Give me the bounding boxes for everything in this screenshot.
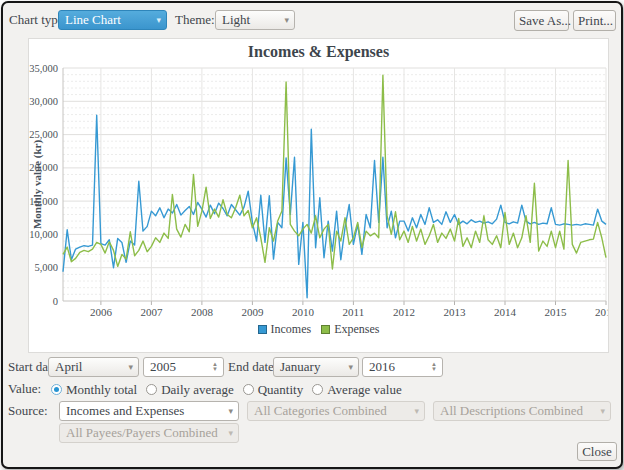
radio-daily-average[interactable]: Daily average [146,382,234,398]
descriptions-select: All Descriptions Combined ▾ [433,401,611,421]
radio-icon [51,384,62,395]
expenses-swatch-icon [321,325,330,334]
close-button[interactable]: Close [577,442,617,461]
start-year-value: 2005 [150,359,176,375]
legend-item-incomes: Incomes [258,322,312,337]
theme-value: Light [222,12,250,28]
legend-item-expenses: Expenses [321,322,379,337]
source-value: Incomes and Expenses [66,403,184,419]
radio-icon [243,384,254,395]
radio-average-value[interactable]: Average value [312,382,401,398]
chart-title: Incomes & Expenses [29,43,608,61]
chevron-down-icon: ▾ [124,362,133,372]
incomes-swatch-icon [258,325,267,334]
radio-icon [312,384,323,395]
svg-text:30,000: 30,000 [29,96,58,107]
chevron-down-icon: ▾ [410,406,419,416]
radio-quantity[interactable]: Quantity [243,382,304,398]
spinner-arrows-icon[interactable]: ▲▼ [207,362,223,372]
start-year-spinner[interactable]: 2005 ▲▼ [143,357,224,377]
svg-text:2007: 2007 [140,306,163,318]
legend-label-incomes: Incomes [271,322,312,337]
svg-text:2009: 2009 [241,306,264,318]
svg-text:2011: 2011 [343,306,365,318]
source-label: Source: [8,401,48,421]
end-month-select[interactable]: January ▾ [273,357,359,377]
print-button[interactable]: Print... [573,10,616,31]
svg-text:2010: 2010 [292,306,315,318]
line-chart-plot: 2006200720082009201020112012201320142015… [29,65,608,323]
svg-text:10,000: 10,000 [29,229,58,240]
start-month-value: April [55,359,82,375]
chevron-down-icon: ▾ [152,15,161,25]
start-month-select[interactable]: April ▾ [48,357,139,377]
theme-label: Theme: [175,10,215,30]
svg-text:0: 0 [53,296,58,307]
svg-text:25,000: 25,000 [29,129,58,140]
radio-monthly-total[interactable]: Monthly total [51,382,137,398]
spinner-arrows-icon[interactable]: ▲▼ [426,362,442,372]
save-as-button[interactable]: Save As... [514,10,569,31]
chart-type-value: Line Chart [65,12,121,28]
end-year-spinner[interactable]: 2016 ▲▼ [362,357,443,377]
chevron-down-icon: ▾ [596,406,605,416]
payees-value: All Payees/Payers Combined [66,425,218,441]
svg-text:2013: 2013 [444,306,467,318]
categories-select: All Categories Combined ▾ [247,401,425,421]
descriptions-value: All Descriptions Combined [440,403,583,419]
chart-panel: Incomes & Expenses 200620072008200920102… [28,38,609,353]
svg-text:2016: 2016 [595,306,608,318]
svg-text:2008: 2008 [191,306,214,318]
value-label: Value: [8,379,41,399]
chevron-down-icon: ▾ [280,15,289,25]
svg-text:2015: 2015 [545,306,568,318]
source-select[interactable]: Incomes and Expenses ▾ [59,401,239,421]
chevron-down-icon: ▾ [224,406,233,416]
svg-text:2006: 2006 [90,306,113,318]
svg-text:Monthly value (kr): Monthly value (kr) [31,140,44,230]
theme-select[interactable]: Light ▾ [215,10,295,30]
legend-label-expenses: Expenses [334,322,379,337]
chart-dialog-window: Chart type: Line Chart ▾ Theme: Light ▾ … [1,1,623,469]
payees-select: All Payees/Payers Combined ▾ [59,423,239,443]
chart-type-select[interactable]: Line Chart ▾ [58,10,167,30]
chevron-down-icon: ▾ [224,428,233,438]
svg-text:2012: 2012 [393,306,415,318]
value-radio-group: Monthly total Daily average Quantity Ave… [51,381,402,398]
chart-legend: Incomes Expenses [29,322,608,337]
end-month-value: January [280,359,320,375]
svg-text:2014: 2014 [494,306,517,318]
radio-icon [146,384,157,395]
chevron-down-icon: ▾ [344,362,353,372]
categories-value: All Categories Combined [254,403,387,419]
end-date-label: End date: [228,357,277,377]
svg-text:5,000: 5,000 [34,262,58,273]
end-year-value: 2016 [369,359,395,375]
svg-text:35,000: 35,000 [29,65,58,74]
